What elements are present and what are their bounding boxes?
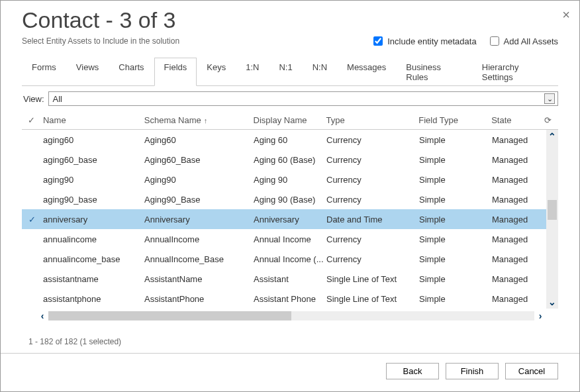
tab-n-n[interactable]: N:N — [303, 58, 337, 86]
cell-state: Managed — [492, 175, 545, 185]
include-metadata-input[interactable] — [373, 36, 383, 46]
cell-display: Annual Income — [254, 234, 326, 244]
tab-views[interactable]: Views — [66, 58, 109, 86]
cell-name: aging90_base — [42, 195, 144, 205]
dialog: × Contact - 3 of 3 Select Entity Assets … — [0, 0, 580, 392]
cell-type: Date and Time — [326, 215, 419, 224]
scroll-thumb-h[interactable] — [48, 311, 291, 320]
back-button[interactable]: Back — [386, 363, 439, 379]
scroll-right-icon[interactable]: › — [534, 311, 546, 321]
cell-schema: AnnualIncome_Base — [144, 254, 254, 264]
tab-1-n[interactable]: 1:N — [236, 58, 269, 86]
cell-display: Anniversary — [254, 215, 326, 224]
select-all-check[interactable]: ✓ — [22, 115, 42, 125]
finish-button[interactable]: Finish — [446, 363, 499, 379]
cell-type: Currency — [326, 135, 419, 145]
cell-fieldtype: Simple — [419, 274, 492, 284]
cell-schema: AssistantPhone — [144, 294, 254, 304]
close-icon[interactable]: × — [562, 7, 570, 23]
grid: ✓ Name Schema Name↑ Display Name Type Fi… — [22, 111, 558, 333]
grid-rows: aging60Aging60Aging 60CurrencySimpleMana… — [22, 130, 546, 309]
scroll-left-icon[interactable]: ‹ — [36, 311, 48, 321]
cell-name: anniversary — [42, 215, 144, 224]
cell-fieldtype: Simple — [419, 234, 492, 244]
tab-forms[interactable]: Forms — [22, 58, 66, 86]
tabs: FormsViewsChartsFieldsKeys1:NN:1N:NMessa… — [22, 57, 558, 86]
cell-schema: Aging60 — [144, 135, 254, 145]
table-row[interactable]: annualincome_baseAnnualIncome_BaseAnnual… — [22, 249, 546, 269]
cell-state: Managed — [492, 274, 545, 284]
view-value: All — [53, 94, 62, 104]
scroll-thumb[interactable] — [548, 200, 557, 220]
cell-name: aging60_base — [42, 155, 144, 165]
tab-business-rules[interactable]: Business Rules — [396, 58, 472, 86]
row-check-icon[interactable]: ✓ — [22, 215, 42, 224]
tab-fields[interactable]: Fields — [154, 58, 197, 86]
chevron-down-icon[interactable]: ⌄ — [544, 93, 555, 104]
cell-display: Aging 60 (Base) — [254, 155, 326, 165]
table-row[interactable]: aging60_baseAging60_BaseAging 60 (Base)C… — [22, 150, 546, 170]
cell-display: Assistant Phone — [254, 294, 326, 304]
scroll-up-icon[interactable]: ⌃ — [546, 131, 558, 142]
cell-state: Managed — [492, 294, 545, 304]
column-header-fieldtype[interactable]: Field Type — [418, 115, 491, 125]
table-row[interactable]: aging90_baseAging90_BaseAging 90 (Base)C… — [22, 189, 546, 209]
add-all-assets-input[interactable] — [490, 36, 499, 46]
tab-keys[interactable]: Keys — [197, 58, 236, 86]
horizontal-scrollbar[interactable]: ‹ › — [36, 310, 546, 322]
tab-messages[interactable]: Messages — [337, 58, 396, 86]
view-label: View: — [22, 94, 44, 104]
cell-type: Currency — [326, 254, 419, 264]
cell-schema: Anniversary — [144, 215, 254, 224]
cell-display: Annual Income (... — [254, 254, 326, 264]
cell-schema: AnnualIncome — [144, 234, 254, 244]
column-header-name[interactable]: Name — [42, 115, 144, 125]
table-row[interactable]: aging90Aging90Aging 90CurrencySimpleMana… — [22, 170, 546, 189]
sort-asc-icon: ↑ — [204, 117, 208, 124]
cell-name: annualincome_base — [42, 254, 144, 264]
add-all-assets-label: Add All Assets — [504, 36, 558, 46]
cell-display: Aging 90 — [254, 175, 326, 185]
table-row[interactable]: annualincomeAnnualIncomeAnnual IncomeCur… — [22, 229, 546, 249]
include-metadata-label: Include entity metadata — [387, 36, 476, 46]
tab-n-1[interactable]: N:1 — [269, 58, 302, 86]
cell-type: Single Line of Text — [326, 294, 419, 304]
column-header-type[interactable]: Type — [326, 115, 418, 125]
cell-name: aging60 — [42, 135, 144, 145]
cell-state: Managed — [492, 155, 545, 165]
column-header-state[interactable]: State — [491, 115, 544, 125]
vertical-scrollbar[interactable]: ⌃ ⌄ — [546, 130, 558, 309]
cell-fieldtype: Simple — [419, 254, 492, 264]
column-header-schema[interactable]: Schema Name↑ — [144, 115, 254, 125]
cell-type: Currency — [326, 234, 419, 244]
add-all-assets-checkbox[interactable]: Add All Assets — [487, 34, 558, 48]
cell-fieldtype: Simple — [419, 155, 492, 165]
table-row[interactable]: assistantnameAssistantNameAssistantSingl… — [22, 269, 546, 289]
scroll-track[interactable] — [48, 311, 534, 320]
refresh-icon[interactable]: ⟳ — [544, 115, 558, 125]
cell-schema: AssistantName — [144, 274, 254, 284]
cancel-button[interactable]: Cancel — [505, 363, 558, 379]
cell-display: Aging 90 (Base) — [254, 195, 326, 205]
page-subtitle: Select Entity Assets to Include in the s… — [22, 36, 179, 46]
grid-header: ✓ Name Schema Name↑ Display Name Type Fi… — [22, 111, 558, 130]
cell-fieldtype: Simple — [419, 175, 492, 185]
cell-type: Currency — [326, 175, 419, 185]
scroll-down-icon[interactable]: ⌄ — [546, 297, 558, 307]
tab-hierarchy-settings[interactable]: Hierarchy Settings — [472, 58, 558, 86]
cell-display: Aging 60 — [254, 135, 326, 145]
cell-fieldtype: Simple — [419, 195, 492, 205]
status-text: 1 - 182 of 182 (1 selected) — [22, 333, 558, 353]
column-header-display[interactable]: Display Name — [254, 115, 326, 125]
page-title: Contact - 3 of 3 — [22, 7, 558, 33]
table-row[interactable]: assistantphoneAssistantPhoneAssistant Ph… — [22, 289, 546, 309]
table-row[interactable]: aging60Aging60Aging 60CurrencySimpleMana… — [22, 130, 546, 150]
cell-name: aging90 — [42, 175, 144, 185]
tab-charts[interactable]: Charts — [109, 58, 154, 86]
view-select[interactable]: All ⌄ — [48, 91, 558, 106]
cell-name: assistantphone — [42, 294, 144, 304]
include-metadata-checkbox[interactable]: Include entity metadata — [371, 34, 476, 48]
cell-type: Currency — [326, 195, 419, 205]
cell-name: assistantname — [42, 274, 144, 284]
table-row[interactable]: ✓anniversaryAnniversaryAnniversaryDate a… — [22, 209, 546, 229]
